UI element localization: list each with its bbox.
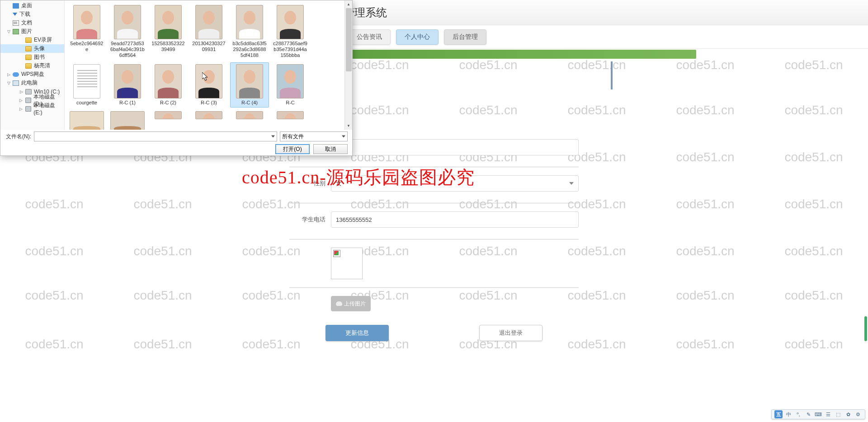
- tree-item-杨亮清[interactable]: 杨亮清: [0, 61, 64, 70]
- ime-item-4[interactable]: ⌨: [814, 410, 822, 418]
- tree-item-桌面[interactable]: 桌面: [0, 1, 64, 10]
- file-label: R-C (2): [160, 100, 176, 106]
- drive-icon: [25, 89, 32, 94]
- name-input[interactable]: [331, 139, 579, 155]
- filename-label: 文件名(N):: [5, 133, 31, 141]
- ime-item-6[interactable]: ⬚: [834, 410, 842, 418]
- folder-icon: [25, 55, 32, 60]
- phone-input[interactable]: [331, 211, 579, 228]
- folder-icon: [25, 46, 32, 52]
- file-thumbnail: [114, 5, 141, 39]
- file-thumbnail: [236, 64, 263, 98]
- tree-item-label: 此电脑: [21, 79, 38, 87]
- tree-item-label: WPS网盘: [21, 70, 44, 78]
- ime-item-0[interactable]: 五: [774, 410, 783, 418]
- file-type-filter[interactable]: 所有文件: [280, 131, 348, 141]
- file-label: 9eadd7273d536baf4a04c391b6dff564: [110, 41, 145, 59]
- tree-item-EV录屏[interactable]: EV录屏: [0, 36, 64, 44]
- mouse-cursor-icon: [202, 72, 209, 81]
- file-grid-scrollbar[interactable]: ▲ ▼: [344, 0, 352, 130]
- file-item[interactable]: c28877365aef9b35e7391d44a155bbba: [271, 3, 310, 61]
- tree-caret-icon: ▷: [19, 107, 23, 111]
- nav-announcement-button[interactable]: 公告资讯: [348, 29, 391, 45]
- file-label: b3c5dd8ac63f5292a6c3d86885df4188: [232, 41, 267, 59]
- file-label: R-C (1): [119, 100, 136, 106]
- file-item[interactable]: [189, 109, 228, 121]
- nav-admin-button[interactable]: 后台管理: [444, 29, 486, 45]
- open-button[interactable]: 打开(O): [275, 144, 310, 154]
- tree-caret-icon: ▷: [7, 72, 10, 77]
- file-thumbnail: [110, 111, 145, 130]
- ime-item-1[interactable]: 中: [784, 410, 793, 418]
- file-label: 20130423032709931: [191, 41, 226, 52]
- file-thumbnail: [155, 5, 182, 39]
- tree-item-头像[interactable]: 头像: [0, 44, 64, 53]
- ime-toolbar[interactable]: 五中º,✎⌨☰⬚✿⚙: [771, 409, 865, 419]
- file-item[interactable]: R-C (2): [149, 62, 188, 108]
- ime-item-3[interactable]: ✎: [804, 410, 812, 418]
- tree-item-label: 图片: [21, 28, 32, 35]
- doc-icon: [13, 20, 19, 26]
- cloud-upload-icon: [336, 301, 342, 306]
- tree-item-label: 下载: [19, 10, 30, 18]
- file-item[interactable]: [149, 109, 188, 121]
- file-item[interactable]: 9eadd7273d536baf4a04c391b6dff564: [108, 3, 147, 61]
- tree-item-图书[interactable]: 图书: [0, 53, 64, 61]
- file-item[interactable]: R-C: [271, 62, 310, 108]
- tree-caret-icon: ▽: [7, 81, 10, 85]
- folder-tree[interactable]: 桌面下载文档▽图片EV录屏头像图书杨亮清▷WPS网盘▽此电脑▷Win10 (C:…: [0, 0, 65, 130]
- file-label: 15258335232239499: [151, 41, 186, 52]
- drive-icon: [25, 106, 32, 112]
- tree-item-此电脑[interactable]: ▽此电脑: [0, 79, 64, 87]
- folder-icon: [25, 38, 32, 43]
- tree-caret-icon: ▷: [19, 98, 23, 103]
- scroll-up-arrow-icon[interactable]: ▲: [345, 0, 352, 8]
- ime-item-7[interactable]: ✿: [844, 410, 852, 418]
- file-item[interactable]: R-C (3): [189, 62, 228, 108]
- file-item[interactable]: [230, 109, 269, 121]
- cancel-button[interactable]: 取消: [313, 144, 348, 154]
- scroll-down-arrow-icon[interactable]: ▼: [345, 122, 352, 130]
- file-thumbnail: [155, 64, 182, 98]
- file-item[interactable]: 微信截图_20220311123243: [67, 109, 106, 130]
- submit-button[interactable]: 更新信息: [326, 325, 389, 341]
- logout-button[interactable]: 退出登录: [479, 325, 542, 341]
- nav-personal-center-button[interactable]: 个人中心: [396, 29, 439, 45]
- tree-item-图片[interactable]: ▽图片: [0, 27, 64, 36]
- folder-icon: [25, 63, 32, 69]
- tree-item-文档[interactable]: 文档: [0, 19, 64, 27]
- file-item[interactable]: [271, 109, 310, 121]
- cloud-icon: [13, 72, 19, 77]
- scroll-thumb[interactable]: [346, 8, 352, 71]
- ime-item-8[interactable]: ⚙: [854, 410, 862, 418]
- file-item[interactable]: courgette: [67, 62, 106, 108]
- tree-item-label: 本地磁盘 (E:): [33, 102, 64, 116]
- tree-caret-icon: ▽: [7, 29, 10, 34]
- ime-item-5[interactable]: ☰: [824, 410, 832, 418]
- file-thumbnail: [236, 111, 263, 119]
- pc-icon: [13, 80, 19, 86]
- file-item[interactable]: 5ebe2c964692e: [67, 3, 106, 61]
- page-scroll-indicator[interactable]: [864, 316, 867, 341]
- file-grid[interactable]: 5ebe2c964692e9eadd7273d536baf4a04c391b6d…: [65, 0, 352, 130]
- tree-item-下载[interactable]: 下载: [0, 10, 64, 19]
- drive-icon: [25, 98, 31, 103]
- file-item[interactable]: 20130423032709931: [189, 3, 228, 61]
- file-item[interactable]: R-C (4): [230, 62, 269, 108]
- file-item[interactable]: 15258335232239499: [149, 3, 188, 61]
- file-item[interactable]: 微信截图_20220311123255: [108, 109, 147, 130]
- file-label: courgette: [76, 100, 97, 106]
- file-item[interactable]: b3c5dd8ac63f5292a6c3d86885df4188: [230, 3, 269, 61]
- ime-item-2[interactable]: º,: [794, 410, 802, 418]
- filename-input[interactable]: [34, 131, 277, 141]
- file-label: c28877365aef9b35e7391d44a155bbba: [273, 41, 308, 59]
- tree-item-WPS网盘[interactable]: ▷WPS网盘: [0, 70, 64, 79]
- tree-item-label: 文档: [21, 19, 32, 27]
- file-item[interactable]: R-C (1): [108, 62, 147, 108]
- file-thumbnail: [277, 111, 304, 119]
- tree-item-label: 杨亮清: [34, 62, 50, 70]
- upload-image-button[interactable]: 上传图片: [331, 296, 371, 311]
- tree-item-label: 桌面: [21, 2, 32, 9]
- pic-icon: [13, 29, 19, 34]
- tree-item-本地磁盘 (E:)[interactable]: ▷本地磁盘 (E:): [0, 104, 64, 113]
